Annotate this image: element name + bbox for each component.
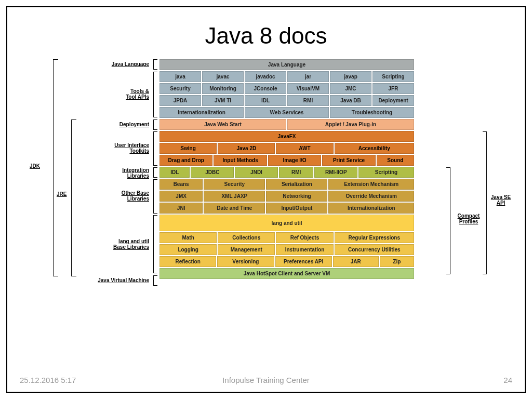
- bracket-deploy: [153, 119, 157, 130]
- footer-date: 25.12.2016 5:17: [20, 376, 76, 384]
- cell[interactable]: JDBC: [191, 167, 234, 178]
- cell[interactable]: Java Language: [159, 59, 414, 70]
- cell[interactable]: IDL: [159, 167, 190, 178]
- bracket-langutil: [153, 215, 157, 273]
- cell[interactable]: Reflection: [159, 256, 216, 267]
- cell[interactable]: Internationalization: [328, 203, 414, 214]
- cell[interactable]: Java DB: [330, 95, 371, 106]
- cell[interactable]: Java 2D: [218, 143, 275, 154]
- row-javalang: Java Language: [159, 59, 414, 70]
- cell[interactable]: Applet / Java Plug-in: [287, 119, 414, 130]
- cell[interactable]: Networking: [266, 191, 327, 202]
- bracket-compact: [446, 167, 450, 274]
- cell[interactable]: Ref Objects: [276, 232, 333, 243]
- cell[interactable]: Internationalization: [159, 107, 244, 118]
- cell[interactable]: Collections: [218, 232, 275, 243]
- bracket-jdk: [53, 59, 58, 276]
- cell[interactable]: Deployment: [373, 95, 414, 106]
- row-langutil-1: MathCollectionsRef ObjectsRegular Expres…: [159, 232, 414, 243]
- cell[interactable]: Beans: [159, 179, 203, 190]
- cell[interactable]: Regular Expressions: [335, 232, 414, 243]
- cell[interactable]: Instrumentation: [276, 244, 333, 255]
- cell[interactable]: Swing: [159, 143, 217, 154]
- row-integ: IDLJDBCJNDIRMIRMI-IIOPScripting: [159, 167, 414, 178]
- cell[interactable]: Override Mechanism: [328, 191, 414, 202]
- cell[interactable]: JMX: [159, 191, 203, 202]
- cell[interactable]: Preferences API: [275, 256, 332, 267]
- slide-title: Java 8 docs: [7, 7, 525, 59]
- cell[interactable]: JConsole: [245, 83, 286, 94]
- label-javalang[interactable]: Java Language: [92, 61, 149, 67]
- cell[interactable]: Extension Mechanism: [328, 179, 414, 190]
- cell[interactable]: XML JAXP: [204, 191, 265, 202]
- cell[interactable]: Troubleshooting: [330, 107, 414, 118]
- row-other-3: JNIDate and TimeInput/OutputInternationa…: [159, 203, 414, 214]
- cell[interactable]: JNI: [159, 203, 203, 214]
- label-tools[interactable]: Tools & Tool APIs: [113, 88, 149, 100]
- cell[interactable]: Scripting: [358, 167, 414, 178]
- row-tools-1: javajavacjavadocjarjavapScripting: [159, 71, 414, 82]
- label-other[interactable]: Other Base Libraries: [108, 190, 149, 202]
- bracket-tools: [153, 72, 157, 117]
- cell[interactable]: IDL: [245, 95, 286, 106]
- cell[interactable]: JMC: [330, 83, 371, 94]
- cell[interactable]: Monitoring: [202, 83, 244, 94]
- label-deploy[interactable]: Deployment: [108, 122, 149, 127]
- label-jre[interactable]: JRE: [57, 191, 69, 197]
- cell[interactable]: JavaFX: [159, 131, 414, 142]
- cell[interactable]: JAR: [333, 256, 379, 267]
- cell[interactable]: javadoc: [245, 71, 286, 82]
- cell[interactable]: Drag and Drop: [159, 155, 212, 166]
- label-compact[interactable]: Compact Profiles: [453, 213, 484, 224]
- label-jvm[interactable]: Java Virtual Machine: [86, 277, 149, 283]
- cell[interactable]: Zip: [380, 256, 414, 267]
- row-javafx: JavaFX: [159, 131, 414, 142]
- cell[interactable]: Serialization: [266, 179, 327, 190]
- label-ui[interactable]: User Interface Toolkits: [102, 142, 149, 154]
- cell[interactable]: RMI: [287, 95, 329, 106]
- cell[interactable]: javap: [330, 71, 371, 82]
- row-ui-2: Drag and DropInput MethodsImage I/OPrint…: [159, 155, 414, 166]
- cell[interactable]: VisualVM: [287, 83, 329, 94]
- cell[interactable]: Java HotSpot Client and Server VM: [159, 268, 414, 279]
- cell[interactable]: Logging: [159, 244, 217, 255]
- cell[interactable]: Concurrency Utilities: [335, 244, 414, 255]
- row-deploy: Java Web StartApplet / Java Plug-in: [159, 119, 414, 130]
- cell[interactable]: java: [159, 71, 201, 82]
- cell[interactable]: Accessibility: [335, 143, 414, 154]
- cell[interactable]: Date and Time: [204, 203, 265, 214]
- cell[interactable]: AWT: [276, 143, 333, 154]
- footer-page: 24: [503, 376, 512, 384]
- cell[interactable]: Management: [218, 244, 275, 255]
- cell[interactable]: Scripting: [373, 71, 414, 82]
- cell[interactable]: RMI: [279, 167, 314, 178]
- cell[interactable]: Web Services: [245, 107, 329, 118]
- cell[interactable]: Input Methods: [214, 155, 267, 166]
- cell[interactable]: Java Web Start: [159, 119, 286, 130]
- cell[interactable]: Math: [159, 232, 217, 243]
- label-jdk[interactable]: JDK: [30, 163, 48, 169]
- row-ui-1: SwingJava 2DAWTAccessibility: [159, 143, 414, 154]
- cell[interactable]: Print Service: [322, 155, 375, 166]
- cell[interactable]: javac: [202, 71, 244, 82]
- cell[interactable]: lang and util: [159, 215, 414, 231]
- label-integ[interactable]: Integration Libraries: [108, 167, 149, 179]
- cell[interactable]: Security: [159, 83, 201, 94]
- cell[interactable]: JNDI: [235, 167, 278, 178]
- cell[interactable]: Versioning: [217, 256, 274, 267]
- cell[interactable]: JPDA: [159, 95, 201, 106]
- cell[interactable]: Image I/O: [268, 155, 321, 166]
- label-javase[interactable]: Java SE API: [488, 194, 514, 206]
- cell[interactable]: jar: [287, 71, 329, 82]
- cell[interactable]: Security: [204, 179, 265, 190]
- label-langutil[interactable]: lang and util Base Libraries: [102, 238, 149, 250]
- cell[interactable]: JVM TI: [202, 95, 244, 106]
- cell[interactable]: Input/Output: [266, 203, 327, 214]
- cell[interactable]: JFR: [373, 83, 414, 94]
- row-other-1: BeansSecuritySerializationExtension Mech…: [159, 179, 414, 190]
- cell[interactable]: RMI-IIOP: [314, 167, 357, 178]
- bracket-javalang: [153, 59, 157, 70]
- right-labels: Compact Profiles Java SE API: [414, 59, 508, 340]
- cell[interactable]: Sound: [377, 155, 414, 166]
- left-labels: JDK JRE Java Language Tools & Tool APIs …: [24, 59, 159, 340]
